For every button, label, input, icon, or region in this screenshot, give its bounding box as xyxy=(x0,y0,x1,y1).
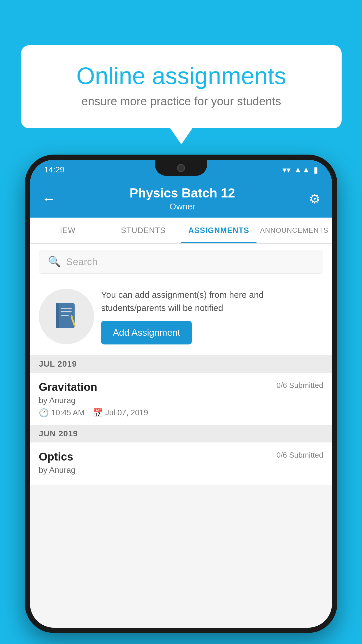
month-separator-jul: JUL 2019 xyxy=(30,355,332,373)
tab-announcements[interactable]: ANNOUNCEMENTS xyxy=(256,218,332,243)
app-header: ← Physics Batch 12 Owner ⚙ xyxy=(30,180,332,218)
assignment-submitted: 0/6 Submitted xyxy=(277,381,323,390)
speech-bubble-container: Online assignments ensure more practice … xyxy=(21,45,342,128)
assignment-author: by Anurag xyxy=(39,396,323,405)
search-placeholder: Search xyxy=(66,256,98,267)
header-title: Physics Batch 12 xyxy=(130,186,235,200)
assignment-top-row: Gravitation 0/6 Submitted xyxy=(39,381,323,393)
tab-assignments[interactable]: ASSIGNMENTS xyxy=(181,218,256,243)
phone-camera xyxy=(177,164,185,172)
back-button[interactable]: ← xyxy=(42,191,56,207)
notebook-icon xyxy=(53,302,80,331)
tabs-bar: IEW STUDENTS ASSIGNMENTS ANNOUNCEMENTS xyxy=(30,218,332,244)
svg-rect-2 xyxy=(61,308,72,309)
promo-text-block: You can add assignment(s) from here and … xyxy=(101,288,323,344)
status-time: 14:29 xyxy=(44,165,64,174)
tab-iew[interactable]: IEW xyxy=(30,218,106,243)
search-icon: 🔍 xyxy=(48,256,61,268)
promo-icon-circle xyxy=(39,289,94,344)
speech-bubble-title: Online assignments xyxy=(44,63,318,89)
meta-time: 🕐 10:45 AM xyxy=(39,408,85,418)
search-bar[interactable]: 🔍 Search xyxy=(39,250,323,274)
tab-students[interactable]: STUDENTS xyxy=(106,218,181,243)
header-subtitle: Owner xyxy=(130,202,235,211)
speech-bubble: Online assignments ensure more practice … xyxy=(21,45,342,128)
assignment-author-optics: by Anurag xyxy=(39,466,323,475)
meta-date: 📅 Jul 07, 2019 xyxy=(93,408,148,418)
assignment-meta: 🕐 10:45 AM 📅 Jul 07, 2019 xyxy=(39,408,323,418)
phone-frame: 14:29 ▾▾ ▲▲ ▮ ← Physics Batch 12 Owner ⚙ xyxy=(25,155,337,633)
phone-screen: 14:29 ▾▾ ▲▲ ▮ ← Physics Batch 12 Owner ⚙ xyxy=(30,160,332,628)
signal-icon: ▲▲ xyxy=(294,165,310,174)
battery-icon: ▮ xyxy=(314,165,318,175)
speech-bubble-subtitle: ensure more practice for your students xyxy=(44,95,318,108)
phone-wrapper: 14:29 ▾▾ ▲▲ ▮ ← Physics Batch 12 Owner ⚙ xyxy=(25,155,337,633)
wifi-icon: ▾▾ xyxy=(282,165,291,175)
search-container: 🔍 Search xyxy=(30,244,332,279)
month-separator-jun: JUN 2019 xyxy=(30,425,332,442)
promo-section: You can add assignment(s) from here and … xyxy=(30,279,332,355)
promo-description: You can add assignment(s) from here and … xyxy=(101,288,323,314)
status-icons: ▾▾ ▲▲ ▮ xyxy=(282,165,318,175)
clock-icon: 🕐 xyxy=(39,408,49,418)
settings-button[interactable]: ⚙ xyxy=(309,191,320,206)
assignment-title: Gravitation xyxy=(39,381,97,393)
assignment-item-gravitation[interactable]: Gravitation 0/6 Submitted by Anurag 🕐 10… xyxy=(30,373,332,425)
header-title-block: Physics Batch 12 Owner xyxy=(130,186,235,211)
svg-rect-1 xyxy=(56,303,59,328)
assignment-item-optics[interactable]: Optics 0/6 Submitted by Anurag xyxy=(30,442,332,485)
assignment-title-optics: Optics xyxy=(39,451,73,463)
svg-rect-3 xyxy=(61,311,72,312)
calendar-icon: 📅 xyxy=(93,408,103,418)
svg-rect-4 xyxy=(61,315,69,316)
add-assignment-button[interactable]: Add Assignment xyxy=(101,321,192,344)
phone-notch xyxy=(155,160,207,176)
assignment-submitted-optics: 0/6 Submitted xyxy=(277,451,323,460)
assignment-top-row-optics: Optics 0/6 Submitted xyxy=(39,451,323,463)
